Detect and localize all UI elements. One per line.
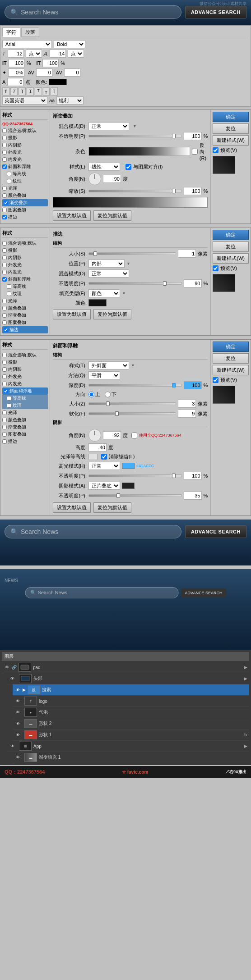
cb-stroke-b[interactable]	[2, 439, 7, 444]
angle-dial-go[interactable]	[88, 173, 101, 185]
style-item-stroke-g[interactable]: 描边	[2, 214, 48, 221]
style-item-texture-b[interactable]: 纹理	[2, 402, 48, 409]
style-item-colorov-s[interactable]: 颜色叠加	[2, 305, 48, 312]
scale-h-input[interactable]	[9, 59, 25, 67]
size-unit-select[interactable]: 点	[26, 50, 42, 58]
preview-checkbox-go[interactable]	[213, 147, 218, 153]
confirm-btn-stroke[interactable]: 确定	[213, 230, 249, 240]
font-style-select[interactable]: Bold	[54, 40, 85, 48]
bevel-angle-input[interactable]	[103, 431, 121, 439]
reverse-checkbox-go[interactable]	[192, 149, 198, 155]
advance-search-button-top[interactable]: ADVANCE SEARCH	[185, 6, 246, 18]
style-item-colorov-b[interactable]: 颜色叠加	[2, 416, 48, 424]
checkbox-blend-options[interactable]	[2, 128, 7, 133]
cb-contour-b[interactable]	[7, 396, 11, 401]
stroke-size-input[interactable]	[178, 250, 196, 258]
style-item-inner-glow[interactable]: 内发光	[2, 156, 48, 163]
new-style-btn-stroke[interactable]: 新建样式(W)	[213, 253, 249, 264]
eye-pad[interactable]: 👁	[4, 664, 10, 670]
leading-input[interactable]	[50, 50, 66, 58]
highlight-opacity-slider[interactable]	[88, 474, 182, 477]
style-item-innerglow-b[interactable]: 内发光	[2, 380, 48, 387]
shadow-mode-select[interactable]: 正片叠底	[88, 482, 120, 490]
search-input-bottom[interactable]	[21, 528, 176, 535]
cb-pattern-b[interactable]	[2, 432, 7, 437]
style-item-bevel-b[interactable]: 斜面和浮雕	[2, 387, 48, 395]
scale-input-go[interactable]	[184, 187, 202, 195]
global-light-checkbox[interactable]	[131, 433, 137, 438]
eye-shape1[interactable]: 👁	[14, 732, 21, 738]
layer-row-header[interactable]: 👁 头部 ▶	[7, 673, 249, 684]
cb-blend-b[interactable]	[2, 353, 7, 357]
new-style-btn-bevel[interactable]: 新建样式(W)	[213, 365, 249, 375]
checkbox-gradient-overlay[interactable]	[4, 201, 8, 205]
checkbox-color-overlay-g[interactable]	[2, 193, 7, 198]
stroke-opacity-slider[interactable]	[88, 282, 182, 285]
color-swatch[interactable]	[49, 79, 67, 85]
layer-row-logo[interactable]: 👁 T logo	[13, 696, 249, 707]
eye-shape2[interactable]: 👁	[14, 720, 21, 727]
cb-bevel-b[interactable]	[4, 389, 8, 393]
style-item-stroke-b[interactable]: 描边	[2, 438, 48, 445]
bevel-depth-input[interactable]	[184, 381, 202, 389]
cancel-btn-bevel[interactable]: 复位	[213, 353, 249, 364]
eye-app[interactable]: 👁	[9, 743, 15, 749]
gradient-bar-go[interactable]	[53, 197, 208, 208]
anti-alias-checkbox[interactable]	[101, 454, 107, 460]
highlight-opacity-input[interactable]	[184, 472, 202, 480]
cb-texture-s[interactable]	[7, 292, 11, 296]
style-item-gradient-overlay[interactable]: 渐变叠加	[2, 199, 48, 206]
cb-satin-b[interactable]	[2, 410, 7, 415]
stroke-position-select[interactable]: 内部	[88, 260, 125, 268]
style-item-inner-shadow[interactable]: 内阴影	[2, 141, 48, 149]
search-input-wrap-top[interactable]: 🔍	[5, 5, 181, 19]
style-item-drop-s[interactable]: 投影	[2, 247, 48, 254]
bevel-depth-slider[interactable]	[88, 384, 182, 387]
style-item-texture-g[interactable]: 纹理	[2, 178, 48, 185]
bevel-method-select[interactable]: 平滑	[88, 371, 120, 379]
stroke-filltype-select[interactable]: 颜色	[88, 289, 120, 297]
cb-contour-s[interactable]	[7, 284, 11, 289]
cb-bevel-s[interactable]	[2, 277, 7, 282]
shadow-color-swatch[interactable]	[122, 483, 135, 489]
cb-outer-s[interactable]	[2, 263, 7, 267]
style-item-inner-s[interactable]: 内阴影	[2, 254, 48, 261]
reset-default-btn-go[interactable]: 复位为默认值	[93, 210, 131, 221]
angle-input-go[interactable]	[103, 175, 121, 183]
bevel-style-select[interactable]: 外斜面	[88, 361, 129, 369]
set-default-btn-stroke[interactable]: 设置为默认值	[53, 309, 91, 319]
layer-row-app[interactable]: 👁 ▦ App ▶	[7, 741, 249, 752]
style-item-satin-b[interactable]: 光泽	[2, 409, 48, 416]
stroke-color-swatch[interactable]	[88, 299, 107, 306]
cb-inner-b[interactable]	[2, 367, 7, 372]
tab-paragraph[interactable]: 段落	[21, 27, 39, 37]
confirm-btn-go[interactable]: 确定	[213, 112, 249, 122]
style-item-outer-s[interactable]: 外发光	[2, 261, 48, 269]
layer-row-shape2[interactable]: 👁 ▬ 形状 2	[13, 718, 249, 729]
style-item-stroke[interactable]: 描边	[2, 326, 48, 333]
bevel-angle-dial[interactable]	[88, 429, 101, 442]
bevel-altitude-input[interactable]	[88, 443, 107, 451]
eye-header[interactable]: 👁	[9, 675, 15, 682]
font-size-input[interactable]	[8, 50, 24, 58]
bold-btn[interactable]: T	[2, 87, 9, 96]
aa-mode-select[interactable]: 锐利	[56, 96, 84, 105]
style-item-bevel-s[interactable]: 斜面和浮雕	[2, 276, 48, 283]
cb-colorov-b[interactable]	[2, 418, 7, 422]
checkbox-drop-shadow[interactable]	[2, 136, 7, 140]
checkbox-pattern-overlay-g[interactable]	[2, 208, 7, 212]
style-item-innerglow-s[interactable]: 内发光	[2, 269, 48, 276]
cb-satin-s[interactable]	[2, 299, 7, 303]
direction-up-radio[interactable]	[88, 392, 94, 397]
checkbox-contour-g[interactable]	[7, 172, 11, 176]
cb-inner-s[interactable]	[2, 255, 7, 260]
style-item-pattern-overlay-g[interactable]: 图案叠加	[2, 206, 48, 214]
style-item-drop-b[interactable]: 投影	[2, 359, 48, 366]
style-item-drop-shadow[interactable]: 投影	[2, 134, 48, 141]
stroke-blend-select[interactable]: 正常	[88, 269, 129, 278]
style-item-inner-b[interactable]: 内阴影	[2, 366, 48, 373]
baseline-input[interactable]	[7, 78, 23, 86]
reset-default-btn-stroke[interactable]: 复位为默认值	[93, 309, 131, 319]
opacity-slider-go[interactable]	[88, 135, 182, 137]
style-item-contour-g[interactable]: 等高线	[2, 170, 48, 178]
